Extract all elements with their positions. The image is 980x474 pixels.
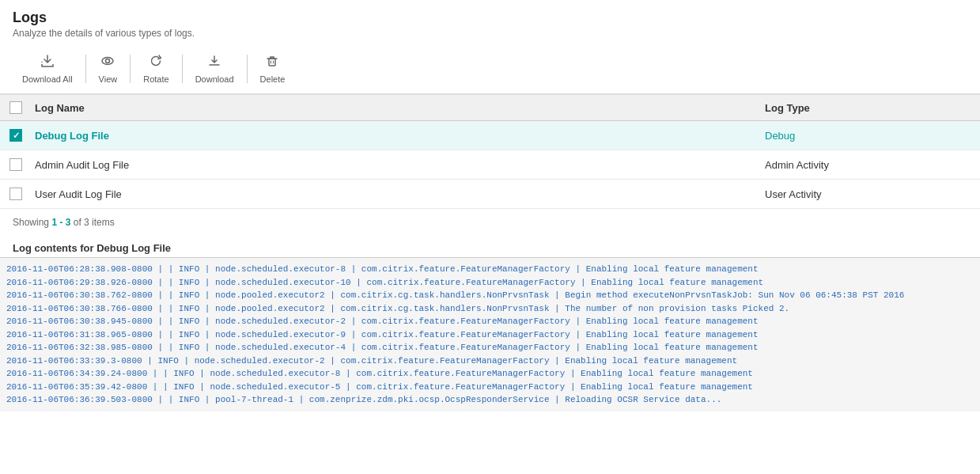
log-line: 2016-11-06T06:34:39.24-0800 | | INFO | n… bbox=[6, 367, 974, 381]
toolbar-sep-1 bbox=[85, 55, 86, 83]
log-line: 2016-11-06T06:28:38.908-0800 | | INFO | … bbox=[6, 263, 974, 276]
log-line: 2016-11-06T06:30:38.762-0800 | | INFO | … bbox=[6, 289, 974, 302]
page-container: Logs Analyze the details of various type… bbox=[0, 0, 980, 411]
row-3-checkbox-cell bbox=[0, 188, 32, 200]
rotate-icon bbox=[148, 53, 164, 73]
col-header-type: Log Type bbox=[759, 102, 980, 114]
log-line: 2016-11-06T06:36:39.503-0800 | | INFO | … bbox=[6, 393, 974, 407]
delete-label: Delete bbox=[260, 74, 286, 84]
download-button[interactable]: Download bbox=[186, 50, 244, 87]
download-label: Download bbox=[195, 74, 234, 84]
row-2-name: Admin Audit Log File bbox=[32, 159, 759, 171]
pagination-text: Showing bbox=[13, 217, 51, 228]
log-line: 2016-11-06T06:35:39.42-0800 | | INFO | n… bbox=[6, 381, 974, 394]
delete-icon bbox=[264, 53, 280, 73]
table-row[interactable]: Debug Log File Debug bbox=[0, 121, 980, 150]
row-2-checkbox-cell bbox=[0, 158, 32, 171]
row-1-checkbox[interactable] bbox=[9, 129, 22, 142]
log-table: Log Name Log Type Debug Log File Debug A… bbox=[0, 94, 980, 209]
log-line: 2016-11-06T06:30:38.945-0800 | | INFO | … bbox=[6, 315, 974, 328]
table-row[interactable]: User Audit Log File User Activity bbox=[0, 180, 980, 209]
toolbar: Download All View Rotate bbox=[0, 44, 980, 94]
rotate-label: Rotate bbox=[143, 74, 168, 84]
row-1-name: Debug Log File bbox=[32, 130, 759, 142]
log-line: 2016-11-06T06:30:38.766-0800 | | INFO | … bbox=[6, 302, 974, 316]
view-label: View bbox=[99, 74, 118, 84]
row-3-type: User Activity bbox=[759, 188, 980, 200]
row-3-name: User Audit Log File bbox=[32, 188, 759, 200]
row-2-checkbox[interactable] bbox=[9, 158, 22, 171]
page-header: Logs Analyze the details of various type… bbox=[0, 0, 980, 44]
download-all-button[interactable]: Download All bbox=[13, 50, 82, 87]
delete-button[interactable]: Delete bbox=[251, 50, 295, 87]
header-checkbox-cell bbox=[0, 101, 32, 114]
log-line: 2016-11-06T06:29:38.926-0800 | | INFO | … bbox=[6, 276, 974, 290]
log-line: 2016-11-06T06:33:39.3-0800 | INFO | node… bbox=[6, 355, 974, 368]
table-row[interactable]: Admin Audit Log File Admin Activity bbox=[0, 150, 980, 180]
download-icon bbox=[206, 53, 222, 73]
pagination: Showing 1 - 3 of 3 items bbox=[0, 209, 980, 236]
download-all-label: Download All bbox=[22, 74, 73, 84]
table-header-row: Log Name Log Type bbox=[0, 95, 980, 121]
log-line: 2016-11-06T06:32:38.985-0800 | | INFO | … bbox=[6, 341, 974, 355]
select-all-checkbox[interactable] bbox=[9, 101, 22, 114]
download-all-icon bbox=[40, 53, 55, 73]
log-contents-panel[interactable]: 2016-11-06T06:28:38.908-0800 | | INFO | … bbox=[0, 257, 980, 411]
row-1-checkbox-cell bbox=[0, 129, 32, 142]
log-line: 2016-11-06T06:31:38.965-0800 | | INFO | … bbox=[6, 328, 974, 342]
row-3-checkbox[interactable] bbox=[9, 188, 22, 200]
page-title: Logs bbox=[13, 9, 967, 26]
toolbar-sep-2 bbox=[130, 55, 131, 83]
page-subtitle: Analyze the details of various types of … bbox=[13, 28, 967, 39]
row-2-type: Admin Activity bbox=[759, 159, 980, 171]
view-icon bbox=[100, 53, 115, 73]
svg-point-1 bbox=[106, 59, 110, 63]
toolbar-sep-4 bbox=[247, 55, 248, 83]
rotate-button[interactable]: Rotate bbox=[134, 50, 178, 87]
log-contents-header: Log contents for Debug Log File bbox=[0, 236, 980, 257]
toolbar-sep-3 bbox=[182, 55, 183, 83]
pagination-suffix: of 3 items bbox=[70, 217, 114, 228]
pagination-range: 1 - 3 bbox=[51, 217, 70, 228]
row-1-type: Debug bbox=[759, 130, 980, 142]
view-button[interactable]: View bbox=[89, 50, 127, 87]
col-header-name: Log Name bbox=[32, 102, 759, 114]
svg-rect-2 bbox=[269, 59, 275, 66]
